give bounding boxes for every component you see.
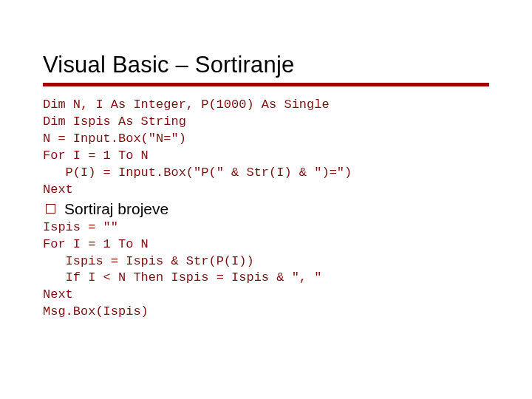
square-bullet-icon	[46, 204, 55, 214]
code-block-1: Dim N, I As Integer, P(1000) As Single D…	[43, 97, 489, 199]
code-block-2: Ispis = "" For I = 1 To N Ispis = Ispis …	[43, 219, 489, 321]
title-underline	[43, 83, 489, 86]
bullet-text: Sortiraj brojeve	[64, 200, 168, 218]
slide: Visual Basic – Sortiranje Dim N, I As In…	[0, 0, 532, 399]
page-title: Visual Basic – Sortiranje	[43, 52, 489, 78]
bullet-row: Sortiraj brojeve	[43, 199, 489, 219]
